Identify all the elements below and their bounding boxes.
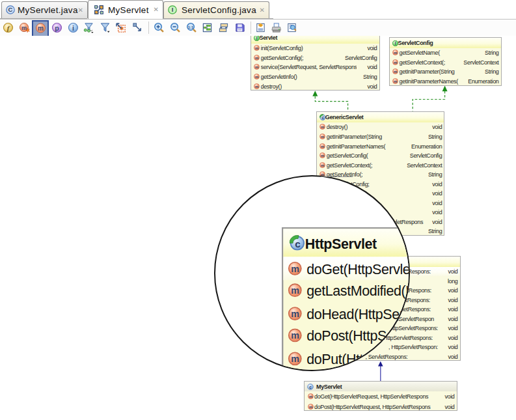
svg-text:m: m bbox=[321, 163, 324, 167]
svg-text:C: C bbox=[8, 6, 13, 13]
svg-text:m: m bbox=[292, 286, 299, 296]
svg-text:1:1: 1:1 bbox=[188, 25, 194, 29]
svg-text:m: m bbox=[292, 354, 299, 364]
svg-text:m: m bbox=[255, 55, 258, 59]
svg-text:m: m bbox=[255, 85, 258, 89]
svg-text:m: m bbox=[292, 331, 299, 341]
svg-text:m: m bbox=[255, 46, 258, 50]
svg-text:m: m bbox=[292, 263, 299, 273]
svg-text:m: m bbox=[321, 125, 324, 129]
svg-text:m: m bbox=[394, 79, 397, 83]
svg-text:m: m bbox=[321, 154, 324, 158]
svg-text:m: m bbox=[309, 395, 312, 399]
svg-text:m: m bbox=[394, 60, 397, 64]
svg-text:m: m bbox=[309, 405, 312, 409]
svg-text:m: m bbox=[255, 65, 258, 69]
svg-text:m: m bbox=[21, 25, 27, 31]
svg-text:I: I bbox=[172, 6, 174, 13]
svg-text:m: m bbox=[38, 25, 44, 32]
svg-text:m: m bbox=[394, 51, 397, 55]
svg-text:c: c bbox=[295, 238, 301, 249]
svg-text:m: m bbox=[321, 135, 324, 139]
svg-text:m: m bbox=[292, 309, 299, 319]
svg-text:m: m bbox=[255, 75, 258, 79]
svg-text:p: p bbox=[55, 24, 59, 32]
svg-text:i: i bbox=[72, 24, 74, 32]
svg-text:m: m bbox=[321, 144, 324, 148]
svg-text:m: m bbox=[394, 70, 397, 74]
